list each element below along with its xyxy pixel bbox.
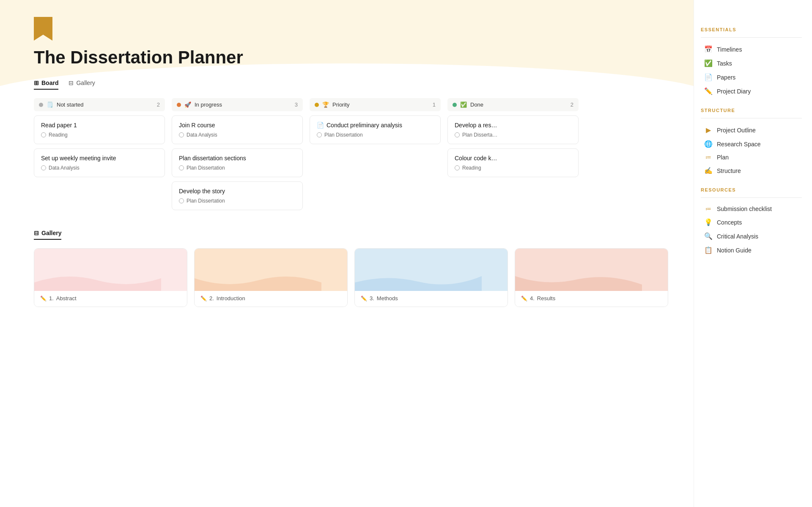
gallery-wave-results [515, 270, 642, 291]
gallery-wave-abstract [34, 270, 161, 291]
done-count: 2 [571, 101, 573, 108]
gallery-card-label-methods: ✏️ 3. Methods [361, 295, 502, 301]
sidebar-item-plan[interactable]: ≔ Plan [701, 151, 802, 163]
gallery-card-body-introduction: ✏️ 2. Introduction [195, 291, 347, 307]
tag-circle-5 [179, 198, 184, 203]
card-develop-story[interactable]: Develop the story Plan Dissertation [172, 181, 303, 210]
plan-label: Plan [717, 154, 729, 161]
main-content: The Dissertation Planner ⊞ Board ⊟ Galle… [0, 0, 694, 507]
page-bookmark-icon [34, 17, 52, 41]
sidebar-structure-title: STRUCTURE [701, 108, 802, 113]
card-join-r-course[interactable]: Join R course Data Analysis [172, 115, 303, 144]
page-body: The Dissertation Planner ⊞ Board ⊟ Galle… [0, 0, 694, 324]
gallery-icon: ⊟ [34, 230, 39, 236]
sidebar-item-timelines[interactable]: 📅 Timelines [701, 43, 802, 56]
tag-circle-4 [179, 165, 184, 170]
sidebar-item-project-outline[interactable]: ▶ Project Outline [701, 123, 802, 137]
gallery-results-number-label: 4. [530, 295, 535, 301]
project-diary-label: Project Diary [717, 88, 751, 95]
column-header-priority: 🏆 Priority 1 [310, 98, 441, 111]
column-header-not-started: 🗒️ Not started 2 [34, 98, 165, 111]
plan-icon: ≔ [704, 154, 713, 161]
doc-icon: 📄 [317, 122, 324, 129]
sidebar-item-papers[interactable]: 📄 Papers [701, 71, 802, 84]
structure-label: Structure [717, 167, 741, 174]
tab-gallery-active[interactable]: ⊟ Gallery [34, 230, 61, 240]
in-progress-label: In progress [195, 101, 222, 108]
not-started-count: 2 [157, 101, 160, 108]
card-read-paper-title: Read paper 1 [41, 122, 158, 129]
gallery-card-label-introduction: ✏️ 2. Introduction [200, 295, 341, 301]
card-develop-res[interactable]: Develop a res… Plan Disserta… [447, 115, 579, 144]
card-read-paper-tag-label: Reading [49, 132, 68, 138]
tag-circle-7 [455, 132, 460, 137]
tab-gallery[interactable]: ⊟ Gallery [69, 79, 95, 90]
sidebar-essentials-title: ESSENTIALS [701, 27, 802, 32]
sidebar-item-structure[interactable]: ✍️ Structure [701, 164, 802, 177]
gallery-card-results[interactable]: ✏️ 4. Results [515, 248, 668, 307]
card-colour-code-tag-label: Reading [462, 165, 481, 171]
status-dot-done [453, 103, 457, 107]
gallery-tabs: ⊟ Gallery [34, 230, 668, 240]
status-dot-priority [315, 103, 319, 107]
gallery-wave-methods [355, 270, 482, 291]
critical-analysis-icon: 🔍 [704, 232, 713, 240]
tab-board[interactable]: ⊞ Board [34, 79, 58, 90]
tag-circle-3 [179, 132, 184, 137]
done-label: Done [470, 101, 483, 108]
sidebar-item-research-space[interactable]: 🌐 Research Space [701, 137, 802, 151]
card-colour-code[interactable]: Colour code k… Reading [447, 148, 579, 177]
card-conduct-analysis-tag-label: Plan Dissertation [324, 132, 363, 138]
gallery-card-abstract[interactable]: ✏️ 1. Abstract [34, 248, 187, 307]
project-outline-label: Project Outline [717, 127, 756, 134]
concepts-icon: 💡 [704, 218, 713, 226]
card-weekly-meeting-tag: Data Analysis [41, 165, 158, 171]
card-weekly-meeting[interactable]: Set up weekly meeting invite Data Analys… [34, 148, 165, 177]
tag-circle-2 [41, 165, 46, 170]
notion-guide-label: Notion Guide [717, 247, 752, 254]
card-colour-code-tag: Reading [455, 165, 571, 171]
sidebar-item-submission-checklist[interactable]: ≔ Submission checklist [701, 203, 802, 215]
tasks-label: Tasks [717, 60, 732, 67]
structure-icon: ✍️ [704, 167, 713, 175]
gallery-card-methods[interactable]: ✏️ 3. Methods [354, 248, 508, 307]
sidebar-item-concepts[interactable]: 💡 Concepts [701, 216, 802, 229]
sidebar-item-project-diary[interactable]: ✏️ Project Diary [701, 85, 802, 98]
column-header-done: ✅ Done 2 [447, 98, 579, 111]
concepts-label: Concepts [717, 219, 742, 226]
submission-checklist-label: Submission checklist [717, 206, 772, 212]
in-progress-emoji: 🚀 [184, 101, 191, 108]
card-conduct-analysis-title: 📄 Conduct preliminary analysis [317, 122, 433, 129]
column-not-started: 🗒️ Not started 2 Read paper 1 Reading Se… [34, 98, 165, 214]
card-join-r-course-tag-label: Data Analysis [187, 132, 217, 138]
priority-count: 1 [433, 101, 436, 108]
priority-label: Priority [332, 101, 349, 108]
sidebar-item-notion-guide[interactable]: 📋 Notion Guide [701, 244, 802, 257]
page-title: The Dissertation Planner [34, 47, 668, 68]
gallery-abstract-number-label: 1. [49, 295, 54, 301]
gallery-card-body-methods: ✏️ 3. Methods [355, 291, 508, 307]
card-read-paper[interactable]: Read paper 1 Reading [34, 115, 165, 144]
status-dot-in-progress [177, 103, 181, 107]
gallery-card-body-abstract: ✏️ 1. Abstract [34, 291, 187, 307]
gallery-methods-number-label: 3. [370, 295, 374, 301]
sidebar-item-critical-analysis[interactable]: 🔍 Critical Analysis [701, 230, 802, 243]
card-plan-sections[interactable]: Plan dissertation sections Plan Disserta… [172, 148, 303, 177]
edit-icon-results: ✏️ [521, 296, 527, 301]
card-develop-res-title: Develop a res… [455, 122, 571, 129]
in-progress-count: 3 [295, 101, 298, 108]
card-plan-sections-title: Plan dissertation sections [179, 155, 296, 162]
edit-icon-abstract: ✏️ [40, 296, 47, 301]
sidebar-item-tasks[interactable]: ✅ Tasks [701, 57, 802, 70]
submission-checklist-icon: ≔ [704, 206, 713, 212]
card-conduct-analysis[interactable]: 📄 Conduct preliminary analysis Plan Diss… [310, 115, 441, 144]
tab-gallery-label: Gallery [76, 79, 95, 86]
gallery-card-label-results: ✏️ 4. Results [521, 295, 662, 301]
papers-icon: 📄 [704, 73, 713, 81]
gallery-card-body-results: ✏️ 4. Results [515, 291, 668, 307]
gallery-card-top-abstract [34, 249, 187, 291]
gallery-card-introduction[interactable]: ✏️ 2. Introduction [194, 248, 348, 307]
column-priority: 🏆 Priority 1 📄 Conduct preliminary analy… [310, 98, 441, 214]
column-in-progress: 🚀 In progress 3 Join R course Data Analy… [172, 98, 303, 214]
tag-circle-6 [317, 132, 322, 137]
